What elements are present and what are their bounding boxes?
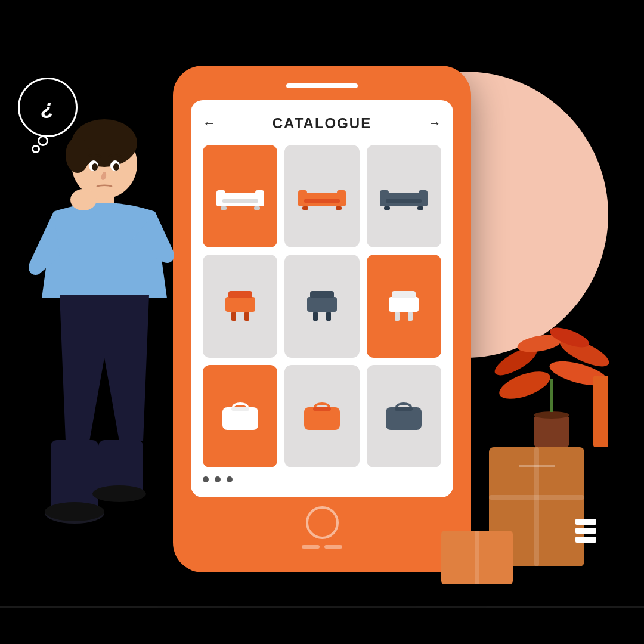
bag-white-icon [216,397,264,435]
svg-rect-24 [302,206,308,210]
svg-rect-46 [411,297,419,312]
device-screen: ← CATALOGUE → [191,100,453,497]
screen-title: CATALOGUE [273,115,371,132]
nav-back-arrow[interactable]: ← [203,116,216,131]
svg-rect-18 [221,206,227,210]
svg-point-12 [92,163,98,171]
boxes-area [489,447,584,566]
bottom-pill-1 [302,545,320,549]
svg-rect-28 [419,190,428,206]
svg-rect-39 [307,297,314,312]
product-grid [203,145,441,467]
armchair-dark-icon [301,282,343,330]
svg-rect-36 [231,312,236,321]
svg-rect-15 [216,190,225,206]
product-card-5[interactable] [284,255,359,357]
product-card-9[interactable] [367,365,441,467]
product-card-4[interactable] [203,255,277,357]
phone-device: ← CATALOGUE → [173,66,471,572]
question-mark-icon: ¿ [41,95,54,120]
svg-point-13 [113,163,119,171]
svg-rect-27 [380,190,389,206]
svg-rect-42 [313,312,318,321]
svg-point-4 [70,189,97,210]
svg-point-7 [45,502,104,521]
ground-line [0,606,644,608]
svg-rect-16 [255,190,264,206]
svg-rect-6 [51,440,98,512]
svg-rect-51 [231,407,249,411]
svg-rect-41 [310,291,334,298]
product-card-7[interactable] [203,365,277,467]
svg-rect-53 [313,407,331,411]
sofa-white-icon [213,181,267,211]
dot-1 [203,476,209,482]
svg-rect-29 [386,199,422,203]
svg-rect-23 [304,199,340,203]
device-bottom-bar [302,545,342,549]
product-card-3[interactable] [367,145,441,247]
svg-rect-47 [392,291,416,298]
svg-rect-37 [244,312,249,321]
product-card-1[interactable] [203,145,277,247]
svg-rect-48 [395,312,400,321]
product-card-6[interactable] [367,255,441,357]
svg-rect-35 [228,291,252,298]
dot-3 [227,476,233,482]
product-card-2[interactable] [284,145,359,247]
svg-rect-31 [417,206,423,210]
pagination-dots [203,476,441,482]
svg-rect-30 [384,206,390,210]
svg-rect-55 [395,407,413,411]
armchair-orange-icon [219,282,261,330]
person-illustration [18,107,179,537]
svg-rect-22 [337,190,346,206]
svg-point-57 [534,411,569,419]
scene: ¿ [0,0,644,644]
device-top-bar [286,83,358,88]
svg-rect-45 [389,297,396,312]
svg-rect-33 [225,297,233,312]
small-box [441,531,513,584]
svg-point-2 [66,137,89,173]
device-bottom [302,506,342,549]
svg-rect-56 [534,415,569,448]
bag-dark-icon [380,397,428,435]
home-button[interactable] [306,506,339,539]
armchair-white-icon [383,282,425,330]
thought-bubble: ¿ [18,78,78,137]
svg-rect-17 [222,199,258,203]
product-card-8[interactable] [284,365,359,467]
svg-rect-34 [248,297,255,312]
bottom-pill-2 [324,545,342,549]
bag-orange-icon [298,397,346,435]
svg-rect-21 [298,190,307,206]
svg-rect-49 [408,312,413,321]
svg-point-9 [92,485,146,502]
sofa-orange-icon [295,181,349,211]
svg-rect-19 [254,206,260,210]
svg-rect-25 [336,206,342,210]
svg-rect-43 [326,312,331,321]
nav-forward-arrow[interactable]: → [428,116,441,131]
dot-2 [215,476,221,482]
svg-rect-40 [330,297,337,312]
sofa-dark-icon [377,181,431,211]
screen-header: ← CATALOGUE → [203,115,441,132]
